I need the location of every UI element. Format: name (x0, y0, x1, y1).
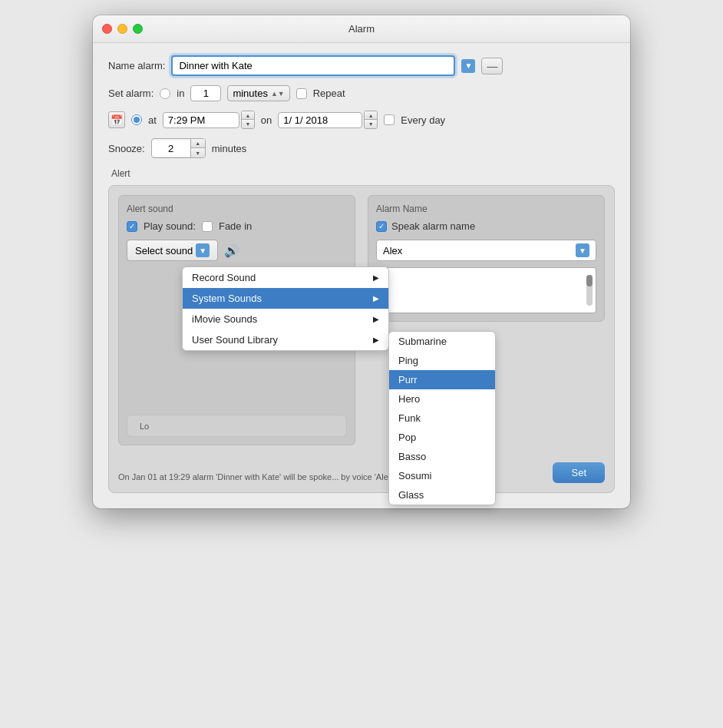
minutes-input[interactable] (190, 85, 221, 101)
speak-alarm-label: Speak alarm name (391, 220, 475, 232)
submenu-basso[interactable]: Basso (389, 447, 495, 466)
footer-text: On Jan 01 at 19:29 alarm 'Dinner with Ka… (118, 472, 396, 483)
time-down-btn[interactable]: ▼ (242, 120, 254, 128)
minutes-dropdown[interactable]: minutes ▲▼ (227, 85, 289, 101)
select-sound-arrow: ▼ (196, 243, 210, 257)
sound-select-row: Select sound ▼ 🔊 (127, 240, 347, 261)
play-sound-checkbox[interactable]: ✓ (127, 221, 137, 232)
submenu-hero[interactable]: Hero (389, 389, 495, 409)
traffic-lights (102, 24, 143, 34)
play-sound-label: Play sound: (144, 220, 196, 232)
alarm-name-section: Alarm Name ✓ Speak alarm name Alex ▼ (368, 195, 605, 322)
time-container: 7:29 PM ▲ ▼ (163, 111, 255, 129)
snooze-minutes-label: minutes (212, 143, 247, 154)
submenu-funk[interactable]: Funk (389, 409, 495, 428)
name-dropdown-arrow[interactable]: ▼ (461, 59, 475, 73)
voice-dropdown-arrow: ▼ (576, 243, 589, 257)
in-radio[interactable] (160, 88, 170, 99)
name-alarm-label: Name alarm: (108, 60, 165, 71)
fade-in-label: Fade in (219, 220, 252, 232)
alert-sound-title: Alert sound (127, 204, 347, 214)
snooze-label: Snooze: (108, 143, 145, 154)
speaker-icon[interactable]: 🔊 (224, 243, 239, 258)
snooze-row: Snooze: ▲ ▼ minutes (108, 138, 615, 158)
sound-dropdown-menu: Record Sound ▶ System Sounds ▶ Submarine (182, 266, 389, 351)
remove-button[interactable]: — (481, 58, 503, 74)
fade-in-checkbox[interactable] (202, 221, 213, 232)
in-label: in (177, 88, 184, 99)
alarm-window: Alarm Name alarm: ▼ — Set alarm: in minu… (93, 15, 630, 508)
left-col: Alert sound ✓ Play sound: Fade in (118, 195, 355, 452)
window-title: Alarm (348, 23, 375, 35)
snooze-down[interactable]: ▼ (191, 148, 205, 157)
alert-sound-subsection: Alert sound ✓ Play sound: Fade in (118, 195, 355, 445)
snooze-up[interactable]: ▲ (191, 139, 205, 148)
at-row: 📅 at 7:29 PM ▲ ▼ on 1/ 1/ 2018 ▲ ▼ (108, 111, 615, 129)
submenu-ping[interactable]: Ping (389, 351, 495, 370)
name-alarm-row: Name alarm: ▼ — (108, 55, 615, 76)
set-alarm-label: Set alarm: (108, 88, 154, 99)
menu-item-user-sound-library[interactable]: User Sound Library ▶ (183, 329, 388, 350)
repeat-checkbox[interactable] (296, 88, 307, 99)
date-stepper[interactable]: ▲ ▼ (364, 111, 378, 129)
alert-section-label: Alert (111, 168, 130, 179)
name-alarm-input[interactable] (171, 55, 455, 76)
repeat-label: Repeat (313, 88, 345, 99)
user-sound-library-arrow: ▶ (373, 336, 379, 344)
menu-item-record-sound[interactable]: Record Sound ▶ (183, 267, 388, 288)
voice-select[interactable]: Alex ▼ (376, 240, 596, 261)
snooze-stepper: ▲ ▼ (151, 138, 206, 158)
speak-alarm-checkbox[interactable]: ✓ (376, 221, 387, 232)
calendar-icon[interactable]: 📅 (108, 111, 125, 128)
submenu-glass[interactable]: Glass (389, 485, 495, 505)
submenu-sosumi[interactable]: Sosumi (389, 466, 495, 485)
lo-section: Lo (127, 415, 347, 437)
alert-section: Alert Alert sound ✓ Play sound: (108, 167, 615, 493)
submenu-purr[interactable]: Purr (389, 370, 495, 389)
every-day-checkbox[interactable] (384, 114, 395, 125)
bottom-row: On Jan 01 at 19:29 alarm 'Dinner with Ka… (118, 459, 605, 483)
at-radio[interactable] (131, 114, 142, 125)
snooze-input[interactable] (152, 141, 190, 157)
set-button[interactable]: Set (553, 462, 605, 483)
close-button[interactable] (102, 24, 112, 34)
snooze-arrows: ▲ ▼ (190, 139, 205, 157)
date-down-btn[interactable]: ▼ (365, 120, 377, 128)
time-up-btn[interactable]: ▲ (242, 111, 254, 120)
date-input[interactable]: 1/ 1/ 2018 (278, 112, 362, 128)
menu-item-system-sounds[interactable]: System Sounds ▶ Submarine Ping Purr Hero… (183, 288, 388, 309)
submenu-pop[interactable]: Pop (389, 428, 495, 447)
select-sound-button[interactable]: Select sound ▼ (127, 240, 218, 261)
every-day-label: Every day (401, 114, 445, 126)
record-sound-arrow: ▶ (373, 273, 379, 282)
two-col-layout: Alert sound ✓ Play sound: Fade in (118, 195, 605, 452)
alarm-name-title: Alarm Name (376, 204, 596, 214)
scroll-thumb (586, 275, 593, 286)
titlebar: Alarm (93, 15, 630, 43)
lo-label: Lo (135, 420, 154, 432)
preview-scrollbar[interactable] (586, 275, 593, 306)
date-container: 1/ 1/ 2018 ▲ ▼ (278, 111, 378, 129)
minimize-button[interactable] (117, 24, 127, 34)
imovie-sounds-arrow: ▶ (373, 315, 379, 323)
system-sounds-submenu: Submarine Ping Purr Hero Funk Pop Basso … (388, 331, 496, 505)
at-label: at (148, 114, 157, 126)
window-body: Name alarm: ▼ — Set alarm: in minutes ▲▼… (93, 43, 630, 508)
maximize-button[interactable] (133, 24, 143, 34)
system-sounds-arrow: ▶ (373, 294, 379, 303)
alert-box: Alert sound ✓ Play sound: Fade in (108, 185, 615, 493)
play-row: ✓ Play sound: Fade in (127, 220, 347, 232)
lo-area: Lo (127, 415, 347, 437)
speak-row: ✓ Speak alarm name (376, 220, 596, 232)
submenu-submarine[interactable]: Submarine (389, 332, 495, 351)
menu-item-imovie-sounds[interactable]: iMovie Sounds ▶ (183, 309, 388, 329)
time-stepper[interactable]: ▲ ▼ (241, 111, 255, 129)
preview-box (376, 267, 596, 313)
set-alarm-row: Set alarm: in minutes ▲▼ Repeat (108, 85, 615, 101)
time-input[interactable]: 7:29 PM (163, 112, 239, 128)
date-up-btn[interactable]: ▲ (365, 111, 377, 120)
on-label: on (261, 114, 272, 126)
